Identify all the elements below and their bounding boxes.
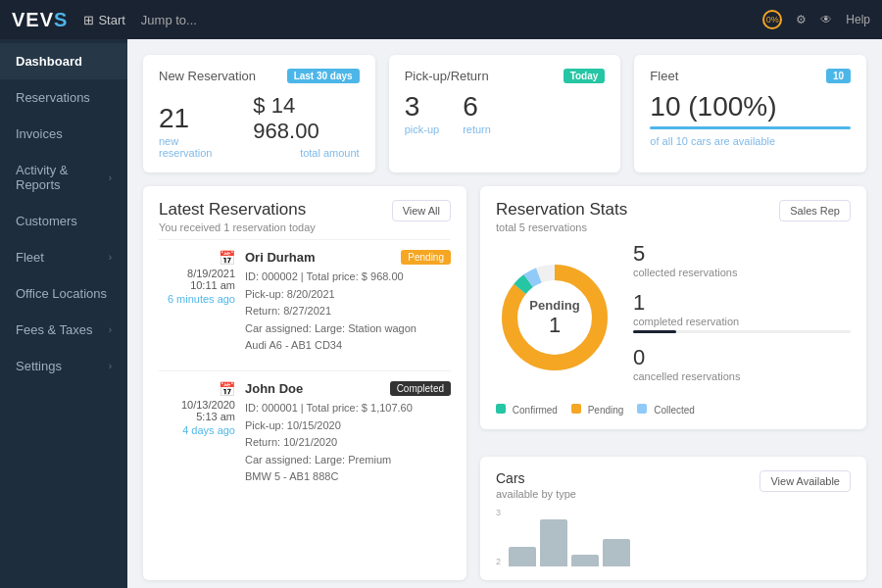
- nav-right-area: 0% ⚙ 👁 Help: [762, 10, 870, 29]
- bar-column: [509, 547, 536, 566]
- bar-column: [603, 539, 630, 566]
- grid-icon: ⊞: [83, 13, 94, 27]
- sidebar-item-customers[interactable]: Customers: [0, 203, 127, 239]
- stats-column: 5 collected reservations 1 completed res…: [633, 241, 851, 394]
- bar: [540, 519, 567, 566]
- sidebar-item-settings[interactable]: Settings ›: [0, 348, 127, 384]
- nav-jump-button[interactable]: Jump to...: [141, 13, 197, 27]
- cars-panel: Cars available by type View Available 3 …: [480, 457, 866, 580]
- progress-indicator[interactable]: 0%: [762, 10, 782, 29]
- pickup-return-card: Pick-up/Return Today 3 pick-up 6 return: [389, 55, 621, 172]
- collected-label: collected reservations: [633, 267, 851, 278]
- sidebar-item-office-locations[interactable]: Office Locations: [0, 275, 127, 312]
- reservation-stats-panel: Reservation Stats total 5 reservations S…: [480, 186, 866, 429]
- help-button[interactable]: Help: [846, 13, 870, 26]
- cars-title: Cars: [496, 470, 576, 486]
- fleet-stat-label: of all 10 cars are available: [650, 135, 851, 147]
- pickup-label: pick-up: [405, 123, 439, 135]
- status-badge: Pending: [401, 250, 451, 265]
- donut-area: Pending 1 5 collected reservations 1: [496, 241, 851, 394]
- sidebar-item-fees-taxes[interactable]: Fees & Taxes ›: [0, 312, 127, 348]
- panel-title-block: Latest Reservations You received 1 reser…: [159, 200, 316, 233]
- customer-name: Ori Durham: [245, 250, 316, 265]
- confirmed-legend: Confirmed: [496, 404, 558, 416]
- panel-header: Latest Reservations You received 1 reser…: [159, 200, 451, 233]
- settings-button[interactable]: ⚙: [796, 13, 807, 26]
- panel-subtitle: You received 1 reservation today: [159, 221, 316, 233]
- sidebar: Dashboard Reservations Invoices Activity…: [0, 39, 127, 588]
- completed-bar: [633, 330, 851, 333]
- bar: [571, 555, 599, 566]
- reservation-info: John Doe Completed ID: 000001 | Total pr…: [245, 381, 451, 486]
- return-count: 6: [463, 93, 491, 121]
- reservation-details: ID: 000001 | Total price: $ 1,107.60 Pic…: [245, 400, 451, 486]
- pending-dot: [571, 404, 581, 414]
- cancelled-num: 0: [633, 345, 851, 370]
- customer-name: John Doe: [245, 381, 303, 396]
- fleet-stat: 10 (100%): [650, 93, 851, 121]
- cars-subtitle: available by type: [496, 488, 576, 500]
- card-title: New Reservation: [159, 69, 256, 83]
- reservation-details: ID: 000002 | Total price: $ 968.00 Pick-…: [245, 269, 451, 355]
- sidebar-item-dashboard[interactable]: Dashboard: [0, 43, 127, 79]
- bar: [603, 539, 630, 566]
- sidebar-item-activity-reports[interactable]: Activity & Reports ›: [0, 152, 127, 203]
- chevron-right-icon: ›: [109, 252, 112, 263]
- chevron-right-icon: ›: [109, 324, 112, 335]
- donut-label: Pending: [529, 298, 579, 313]
- donut-number: 1: [529, 313, 579, 338]
- latest-reservations-panel: Latest Reservations You received 1 reser…: [143, 186, 466, 580]
- gear-icon: ⚙: [796, 13, 807, 26]
- right-panels: Reservation Stats total 5 reservations S…: [480, 186, 866, 580]
- collected-dot: [637, 404, 647, 414]
- bar: [509, 547, 536, 566]
- y-axis: 3 2: [496, 508, 501, 566]
- fleet-bar: [650, 126, 851, 129]
- reservation-amount-block: $ 14 968.00 total amount: [253, 93, 359, 159]
- card-title: Pick-up/Return: [405, 69, 489, 83]
- sales-rep-button[interactable]: Sales Rep: [779, 200, 851, 221]
- card-header: Pick-up/Return Today: [405, 69, 606, 83]
- last-30-days-badge: Last 30 days: [287, 69, 360, 83]
- preview-button[interactable]: 👁: [820, 13, 832, 26]
- chart-legend: Confirmed Pending Collected: [496, 404, 851, 416]
- time-text: 5:13 am: [159, 411, 235, 422]
- reservation-count-label: new reservation: [159, 135, 229, 159]
- view-all-button[interactable]: View All: [392, 200, 451, 221]
- sidebar-item-reservations[interactable]: Reservations: [0, 79, 127, 116]
- chevron-right-icon: ›: [109, 172, 112, 183]
- return-label: return: [463, 123, 491, 135]
- top-navigation: VEVS ⊞ Start Jump to... 0% ⚙ 👁 Help: [0, 0, 882, 39]
- view-available-button[interactable]: View Available: [760, 470, 851, 492]
- donut-chart: Pending 1: [496, 259, 613, 376]
- name-row: John Doe Completed: [245, 381, 451, 396]
- donut-center: Pending 1: [529, 298, 579, 338]
- sidebar-item-invoices[interactable]: Invoices: [0, 116, 127, 152]
- sidebar-item-fleet[interactable]: Fleet ›: [0, 239, 127, 275]
- stats-title-block: Reservation Stats total 5 reservations: [496, 200, 627, 233]
- return-block: 6 return: [463, 93, 491, 135]
- nav-start-button[interactable]: ⊞ Start: [83, 13, 124, 27]
- name-row: Ori Durham Pending: [245, 250, 451, 265]
- content-area: New Reservation Last 30 days 21 new rese…: [127, 39, 882, 588]
- logo-accent: S: [54, 9, 68, 30]
- status-badge: Completed: [390, 381, 451, 396]
- cancelled-label: cancelled reservations: [633, 370, 851, 382]
- date-text: 10/13/2020: [159, 399, 235, 411]
- reservation-info: Ori Durham Pending ID: 000002 | Total pr…: [245, 250, 451, 355]
- stats-title: Reservation Stats: [496, 200, 627, 220]
- app-logo[interactable]: VEVS: [12, 9, 68, 31]
- panel-title: Latest Reservations: [159, 200, 316, 220]
- summary-cards: New Reservation Last 30 days 21 new rese…: [143, 55, 866, 172]
- pending-legend: Pending: [571, 404, 623, 416]
- reservation-item: 📅 10/13/2020 5:13 am 4 days ago John Doe…: [159, 370, 451, 496]
- progress-circle: 0%: [762, 10, 782, 29]
- today-badge: Today: [564, 69, 606, 83]
- fleet-card: Fleet 10 10 (100%) of all 10 cars are av…: [634, 55, 866, 172]
- completed-bar-fill: [633, 330, 676, 333]
- bottom-panels: Latest Reservations You received 1 reser…: [143, 186, 866, 580]
- reservation-date: 📅 8/19/2021 10:11 am 6 minutes ago: [159, 250, 235, 355]
- bar-column: [540, 519, 567, 566]
- calendar-icon: 📅: [159, 381, 235, 397]
- pickup-block: 3 pick-up: [405, 93, 439, 135]
